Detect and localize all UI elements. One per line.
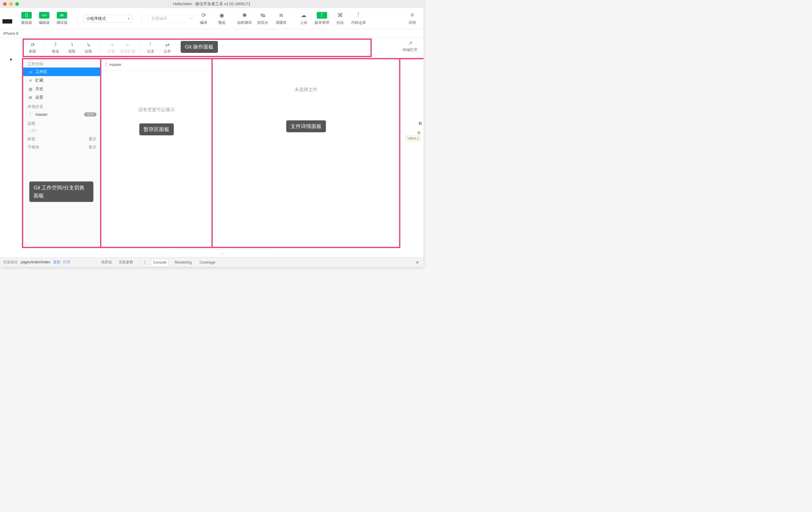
window-icon[interactable]: ⧉ — [419, 121, 422, 126]
devtools-bar: 页面路径 pages/index/index 复制 打开 场景值 页面参数 ⋮ … — [0, 257, 424, 267]
community-button[interactable]: ⌘ 社区 — [331, 10, 349, 27]
file-detail-panel: 未选择文件 文件详情面板 — [213, 59, 400, 248]
fetch-icon: ⤵ — [71, 42, 73, 48]
branch-icon: ᚴ — [105, 62, 108, 67]
more-icon[interactable]: ⋮ — [143, 260, 146, 265]
sidebar-item-working[interactable]: ▭ 工作区 — [23, 68, 100, 76]
version-manage-button[interactable]: ᚴ 版本管理 — [313, 10, 331, 27]
remote-debug-button[interactable]: ✺ 远程调试 — [236, 10, 253, 27]
avatar[interactable] — [2, 14, 12, 24]
folder-icon: ▭ — [28, 70, 33, 74]
expand-handle[interactable]: ︿ — [168, 249, 278, 257]
section-workspace: 工作空间 — [23, 59, 100, 68]
external-icon: ↗ — [408, 40, 412, 46]
bug-icon: ✺ — [242, 12, 247, 19]
upload-button[interactable]: ☁ 上传 — [295, 10, 313, 27]
maximize-icon[interactable] — [15, 2, 19, 6]
refresh-button[interactable]: ⟳ 刷新 — [24, 40, 41, 56]
tab-rendering[interactable]: Rendering — [173, 259, 193, 266]
staging-panel: ᚴ master 没有变更可以展示 暂存区面板 — [101, 59, 213, 248]
app-window: HelloGitee - 微信开发者工具 v1.02.1808171 模拟器 <… — [0, 0, 424, 267]
refresh-icon: ⟳ — [31, 42, 35, 48]
section-tags: 标签 — [27, 137, 35, 142]
detail-empty-text: 未选择文件 — [213, 87, 399, 92]
history-icon: ▥ — [28, 87, 33, 91]
device-select[interactable]: iPhone 6 — [0, 29, 22, 37]
eye-icon: ◉ — [220, 12, 224, 19]
close-icon[interactable] — [3, 2, 7, 6]
preview-button[interactable]: ◉ 预览 — [213, 10, 231, 27]
main-body: ⟳ 刷新 ⤴ 推送 ⤵ 抓取 ↳ 拉取 — [0, 38, 424, 257]
branch-item-master[interactable]: ᚴ master HEAD — [23, 110, 100, 118]
compile-select[interactable]: 普通编译 ▾ — [148, 15, 194, 23]
gear-icon: ⚙ — [28, 95, 33, 100]
details-button[interactable]: ≡ 详情 — [403, 10, 421, 27]
close-icon[interactable]: ✕ — [416, 260, 419, 265]
code-repo-button[interactable]: ᚴ 代码仓库 — [350, 10, 368, 27]
minimize-icon[interactable] — [9, 2, 13, 6]
repo-icon: ᚴ — [357, 12, 360, 18]
simulator-button[interactable]: 模拟器 — [18, 10, 35, 27]
section-remote: 远程 — [23, 118, 100, 127]
background-button[interactable]: ↹ 切后台 — [254, 10, 271, 27]
branch-button[interactable]: ᚴ 分支 — [143, 40, 159, 56]
scene-label[interactable]: 场景值 — [101, 260, 112, 265]
annotation-staging: 暂存区面板 — [139, 124, 174, 135]
window-controls — [0, 2, 19, 6]
mode-select[interactable]: 小程序模式 ▾ — [83, 15, 132, 23]
remote-empty: （空） — [23, 127, 100, 135]
sidebar-item-settings[interactable]: ⚙ 设置 — [23, 93, 100, 102]
svg-rect-0 — [26, 14, 27, 17]
stash-button[interactable]: ⇥ 贮藏 — [103, 40, 120, 56]
section-submodules: 子模块 — [27, 145, 39, 150]
sidebar-item-stash[interactable]: ≡ 贮藏 — [23, 76, 100, 85]
debugger-button[interactable]: 调试器 — [53, 10, 71, 27]
apply-stash-button[interactable]: ⇤ 应用贮藏 — [120, 40, 136, 56]
stack-icon: ≡ — [28, 78, 33, 83]
copy-link[interactable]: 复制 — [53, 260, 60, 264]
clear-cache-button[interactable]: ≋ 清缓存 — [272, 10, 290, 27]
menu-icon: ≡ — [411, 12, 414, 18]
right-gutter: ⋮ ⚙ ⧉ VM54:1 — [400, 59, 424, 248]
gear-icon[interactable]: ⚙ — [417, 130, 421, 135]
push-button[interactable]: ⤴ 推送 — [47, 40, 64, 56]
pull-icon: ↳ — [87, 42, 91, 48]
git-toolbar: ⟳ 刷新 ⤴ 推送 ⤵ 抓取 ↳ 拉取 — [22, 38, 424, 58]
merge-icon: ⇄ — [165, 42, 169, 48]
staging-empty-text: 没有变更可以展示 — [101, 107, 211, 113]
vm-link[interactable]: VM54:1 — [406, 136, 420, 141]
compile-button[interactable]: ⟳ 编译 — [195, 10, 212, 27]
tab-coverage[interactable]: Coverage — [198, 259, 217, 266]
open-link[interactable]: 打开 — [63, 260, 70, 264]
head-badge: HEAD — [84, 112, 96, 116]
annotation-workspace: Git 工作空间/分支切换面板 — [29, 182, 93, 202]
merge-button[interactable]: ⇄ 合并 — [159, 40, 175, 56]
chevron-down-icon: ▾ — [128, 17, 129, 20]
pull-button[interactable]: ↳ 拉取 — [80, 40, 97, 56]
cloud-up-icon: ☁ — [301, 12, 307, 19]
fetch-button[interactable]: ⤵ 抓取 — [64, 40, 80, 56]
section-local-branch: 本地分支 — [23, 102, 100, 110]
annotation-detail: 文件详情面板 — [286, 120, 326, 132]
stack-icon: ≋ — [279, 12, 284, 19]
chevron-down-icon: ▾ — [190, 17, 191, 20]
tab-console[interactable]: Console — [151, 259, 169, 266]
annotation-toolbar: Git 操作面板 — [181, 41, 218, 53]
show-tags-link[interactable]: 显示 — [88, 137, 96, 142]
main-toolbar: 模拟器 </> 编辑器 调试器 小程序模式 ▾ 普通编译 ▾ ⟳ 编译 — [0, 8, 424, 29]
switch-icon: ↹ — [261, 12, 265, 19]
workspace-panel: 工作空间 ▭ 工作区 ≡ 贮藏 ▥ 历史 — [22, 59, 101, 248]
stash-icon: ⇥ — [110, 42, 114, 48]
refresh-icon: ⟳ — [201, 12, 206, 19]
show-submodules-link[interactable]: 显示 — [88, 145, 96, 150]
current-branch-header: ᚴ master — [101, 59, 211, 70]
page-params-label[interactable]: 页面参数 — [119, 260, 133, 265]
editor-button[interactable]: </> 编辑器 — [35, 10, 53, 27]
terminal-open-button[interactable]: ↗ 终端打开 — [403, 40, 417, 53]
people-icon: ⌘ — [338, 12, 343, 19]
page-path-label: 页面路径 — [3, 260, 18, 264]
sidebar-item-history[interactable]: ▥ 历史 — [23, 85, 100, 93]
page-path-value: pages/index/index — [21, 260, 50, 264]
branch-icon: ᚴ — [149, 42, 152, 48]
titlebar: HelloGitee - 微信开发者工具 v1.02.1808171 — [0, 0, 424, 8]
